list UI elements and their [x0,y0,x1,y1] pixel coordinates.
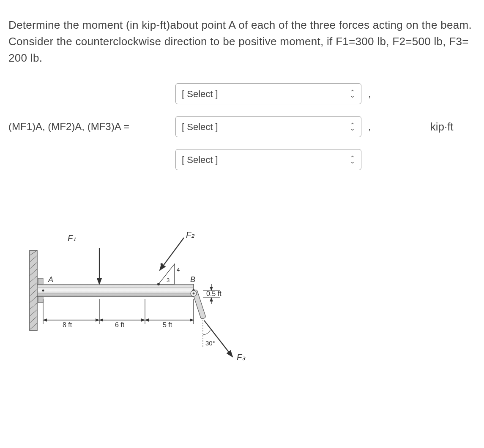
svg-point-20 [42,290,44,292]
select-1[interactable]: [ Select ] ⌃⌄ [175,83,361,104]
figure-tri-top: 4 [177,266,180,273]
comma: , [368,86,371,101]
figure-angle: 30° [205,339,215,347]
figure-tri-bottom: 3 [167,277,170,283]
svg-point-24 [157,283,160,285]
figure-d4: 0.5 ft [206,290,221,297]
beam-figure: A F₁ F₂ 4 5 3 B 0.5 ft F₃ 30° [8,225,476,369]
svg-rect-18 [38,278,43,284]
svg-line-22 [160,238,184,270]
unit-label: kip·ft [430,119,454,135]
select-2-placeholder: [ Select ] [182,120,218,134]
select-1-placeholder: [ Select ] [182,87,218,101]
select-3-placeholder: [ Select ] [182,153,218,167]
stepper-icon: ⌃⌄ [350,156,355,163]
svg-rect-19 [38,297,43,303]
figure-label-F3: F₃ [237,353,246,362]
figure-label-F2: F₂ [186,230,195,239]
stepper-icon: ⌃⌄ [350,123,355,130]
answer-row: (MF1)A, (MF2)A, (MF3)A = [ Select ] ⌃⌄ ,… [8,83,476,170]
figure-label-A: A [48,275,53,284]
figure-d2: 6 ft [115,321,125,329]
svg-rect-15 [37,284,194,297]
figure-label-B: B [190,275,195,284]
stepper-icon: ⌃⌄ [350,90,355,98]
equation-label: (MF1)A, (MF2)A, (MF3)A = [8,119,175,134]
figure-d3: 5 ft [163,321,172,329]
figure-d1: 8 ft [63,321,72,329]
figure-tri-left: 5 [160,262,163,268]
svg-line-33 [204,320,232,357]
select-2[interactable]: [ Select ] ⌃⌄ [175,116,361,137]
svg-point-28 [193,293,195,295]
select-3[interactable]: [ Select ] ⌃⌄ [175,149,361,170]
comma: , [368,119,371,134]
question-text: Determine the moment (in kip-ft)about po… [8,17,476,66]
figure-label-F1: F₁ [68,234,76,243]
